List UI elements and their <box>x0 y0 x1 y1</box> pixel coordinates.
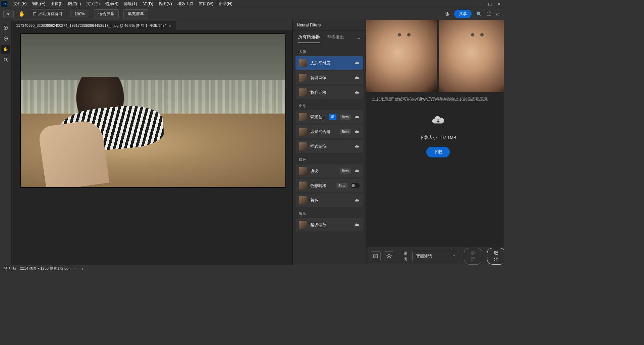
menu-select[interactable]: 选择(S) <box>102 1 121 7</box>
menu-filter[interactable]: 滤镜(T) <box>121 1 140 7</box>
tab-all-filters[interactable]: 所有筛选器 <box>298 34 320 43</box>
beaker-icon[interactable]: ⚗ <box>445 11 449 17</box>
cloud-download-icon[interactable] <box>354 198 360 203</box>
filter-label: 妆容迁移 <box>310 90 351 95</box>
preview-pair <box>366 20 504 92</box>
preview-before <box>366 20 437 92</box>
cloud-download-icon[interactable] <box>354 168 360 173</box>
search-icon[interactable]: 🔍 <box>476 11 482 17</box>
canvas-arm <box>38 119 110 188</box>
svg-rect-7 <box>374 255 375 258</box>
filter-thumbnail <box>299 142 307 150</box>
filter-item[interactable]: 样式转换 <box>296 140 363 153</box>
filter-label: 超级缩放 <box>310 222 351 228</box>
menu-bar: Ps 文件(F) 编辑(E) 图像(I) 图层(L) 文字(Y) 选择(S) 滤… <box>0 0 504 8</box>
filter-thumbnail <box>299 196 307 204</box>
cloud-download-icon[interactable] <box>354 144 360 149</box>
hand-tool-icon: ✋ <box>18 11 25 17</box>
chevron-left-icon[interactable]: ‹ <box>82 267 83 271</box>
filter-item[interactable]: 风景混合器Beta <box>296 125 363 138</box>
beta-badge: Beta <box>340 168 351 174</box>
more-options-icon[interactable]: ⋯ <box>356 36 360 41</box>
filter-label: 着色 <box>310 198 351 203</box>
filter-item[interactable]: 色彩转移Beta <box>296 179 363 192</box>
filter-label: 样式转换 <box>310 144 351 149</box>
chevron-right-icon[interactable]: › <box>74 267 76 271</box>
canvas[interactable] <box>20 33 285 188</box>
help-icon[interactable]: ⓘ <box>487 11 491 17</box>
beta-badge: Beta <box>336 183 347 188</box>
filter-label: 色彩转移 <box>310 183 333 189</box>
fit-screen-button[interactable]: 适合屏幕 <box>94 9 119 18</box>
zoom-out-tool[interactable] <box>1 34 10 43</box>
hand-tool[interactable]: ✋ <box>1 45 10 54</box>
menu-3d[interactable]: 3D(D) <box>140 2 156 6</box>
neural-filters-panel: Neural Filters 所有筛选器 即将推出 ⋯ 人像皮肤平滑度智能肖像妆… <box>292 20 504 265</box>
checkbox-icon: ☐ <box>33 12 37 16</box>
menu-help[interactable]: 帮助(H) <box>216 1 235 7</box>
filter-item[interactable]: 皮肤平滑度 <box>296 56 363 70</box>
filter-category: 创意 <box>296 100 363 110</box>
filter-category: 摄影 <box>296 208 363 218</box>
filter-thumbnail <box>299 221 307 229</box>
compare-view-button[interactable] <box>371 251 381 261</box>
scroll-all-windows-checkbox[interactable]: ☐ 滚动所有窗口 <box>30 9 65 18</box>
document-tabs: 117340860_320836992400274_19317280909644… <box>11 20 292 30</box>
cancel-button[interactable]: 取消 <box>487 248 504 265</box>
zoom-status[interactable]: 46.54% <box>3 267 16 271</box>
filter-thumbnail <box>299 88 307 96</box>
menu-window[interactable]: 窗口(W) <box>196 1 216 7</box>
output-select[interactable]: 智能滤镜 <box>412 251 459 261</box>
panel-bottom-bar: 输出 智能滤镜 确定 取消 <box>366 247 504 265</box>
filter-item[interactable]: 妆容迁移 <box>296 86 363 99</box>
filter-item[interactable]: 着色 <box>296 194 363 207</box>
document-tab[interactable]: 117340860_320836992400274_19317280909644… <box>11 21 176 30</box>
fill-screen-button[interactable]: 填充屏幕 <box>123 9 148 18</box>
app-icon: Ps <box>1 1 7 7</box>
filter-item[interactable]: 智能肖像 <box>296 71 363 84</box>
document-tab-title: 117340860_320836992400274_19317280909644… <box>16 23 166 28</box>
menu-type[interactable]: 文字(Y) <box>84 1 102 7</box>
workspace-icon[interactable]: ▭ <box>496 11 500 17</box>
cloud-download-icon[interactable] <box>354 115 360 119</box>
cloud-download-icon[interactable] <box>354 129 360 134</box>
filter-thumbnail <box>299 167 307 175</box>
close-icon[interactable]: ✕ <box>496 1 502 7</box>
filter-toggle[interactable] <box>351 183 360 188</box>
ok-button[interactable]: 确定 <box>464 248 482 265</box>
close-tab-icon[interactable]: × <box>169 24 171 28</box>
filter-label: 皮肤平滑度 <box>310 60 351 66</box>
cloud-download-icon[interactable] <box>354 61 360 65</box>
zoom-in-tool[interactable] <box>1 23 10 32</box>
zoom-tool[interactable] <box>1 56 10 64</box>
download-button[interactable]: 下载 <box>426 147 450 157</box>
filter-item[interactable]: 背景创...新Beta <box>296 110 363 124</box>
cloud-download-icon[interactable] <box>354 90 360 95</box>
document-area: 117340860_320836992400274_19317280909644… <box>11 20 292 265</box>
zoom-value-button[interactable]: 100% <box>70 10 89 18</box>
cloud-download-icon[interactable] <box>354 75 360 80</box>
tools-panel: ✋ <box>0 20 11 265</box>
minimize-icon[interactable]: — <box>477 1 484 7</box>
filter-item[interactable]: 超级缩放 <box>296 218 363 231</box>
filter-description: "皮肤光滑度" 滤镜可以在肖像中进行调整并移除皮肤的瑕疵和痘痕。 <box>366 92 504 106</box>
panel-title: Neural Filters <box>293 20 366 30</box>
filter-item[interactable]: 协调Beta <box>296 164 363 178</box>
menu-image[interactable]: 图像(I) <box>48 1 65 7</box>
menu-plugins[interactable]: 增效工具 <box>175 1 196 7</box>
layers-button[interactable] <box>384 251 394 261</box>
menu-edit[interactable]: 编辑(E) <box>29 1 48 7</box>
cloud-download-icon[interactable] <box>354 222 360 227</box>
menu-layer[interactable]: 图层(L) <box>65 1 84 7</box>
dimensions-status: 2214 像素 x 1250 像素 (72 ppi) <box>20 266 70 271</box>
menu-view[interactable]: 视图(V) <box>156 1 175 7</box>
menu-file[interactable]: 文件(F) <box>11 1 29 7</box>
tab-upcoming[interactable]: 即将推出 <box>327 34 344 43</box>
home-back-button[interactable]: < <box>3 10 14 18</box>
share-button[interactable]: 共享 <box>454 10 472 18</box>
filter-list[interactable]: 人像皮肤平滑度智能肖像妆容迁移创意背景创...新Beta风景混合器Beta样式转… <box>293 43 366 265</box>
maximize-icon[interactable]: ▢ <box>486 1 493 7</box>
svg-point-5 <box>4 58 6 61</box>
preview-after <box>439 20 504 92</box>
beta-badge: Beta <box>340 129 351 134</box>
